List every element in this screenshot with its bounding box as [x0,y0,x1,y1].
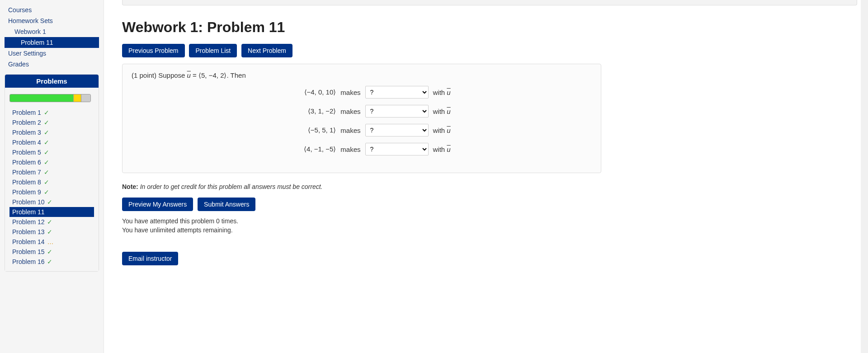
makes-text: makes [340,108,360,115]
u-symbol: u [187,71,191,79]
u-symbol: u [447,89,450,96]
scrollbar-track[interactable] [861,0,868,353]
problem-statement: (1 point) Suppose u = ⟨5, −4, 2⟩. Then [132,71,592,80]
vector-text: ⟨−4, 0, 10⟩ [273,88,336,96]
previous-problem-button[interactable]: Previous Problem [122,44,185,57]
answer-buttons: Preview My Answers Submit Answers [122,198,857,211]
problem-nav-buttons: Previous Problem Problem List Next Probl… [122,44,857,57]
vector-text: ⟨−5, 5, 1⟩ [273,126,336,134]
email-instructor-button[interactable]: Email instructor [122,252,178,265]
problems-panel: Problems Problem 1 ✓Problem 2 ✓Problem 3… [5,74,99,272]
problem-link-10[interactable]: Problem 10 ✓ [9,197,94,207]
problem-link-4[interactable]: Problem 4 ✓ [9,137,94,147]
u-symbol: u [447,127,450,134]
problem-link-1[interactable]: Problem 1 ✓ [9,108,94,118]
check-icon: ✓ [42,159,49,166]
problem-link-8[interactable]: Problem 8 ✓ [9,177,94,187]
nav-link-user-settings[interactable]: User Settings [5,48,99,59]
check-icon: ✓ [42,188,49,196]
check-icon: ✓ [42,119,49,126]
with-text: with u [433,89,451,96]
problem-link-6[interactable]: Problem 6 ✓ [9,157,94,167]
angle-select-4[interactable]: ? [365,143,429,155]
submit-answers-button[interactable]: Submit Answers [198,198,255,211]
vector-row-4: ⟨4, −1, −5⟩ makes?with u [132,143,592,155]
then-text: . Then [227,71,246,79]
problem-list: Problem 1 ✓Problem 2 ✓Problem 3 ✓Problem… [9,108,94,267]
with-text: with u [433,108,451,115]
u-symbol: u [447,108,450,115]
makes-text: makes [340,127,360,134]
u-symbol: u [447,146,450,153]
vector-row-2: ⟨3, 1, −2⟩ makes?with u [132,105,592,118]
makes-text: makes [340,146,360,153]
note: Note: In order to get credit for this pr… [122,183,857,190]
problem-link-15[interactable]: Problem 15 ✓ [9,247,94,257]
u-vector: ⟨5, −4, 2⟩ [198,71,226,79]
vector-text: ⟨3, 1, −2⟩ [273,107,336,115]
problem-link-7[interactable]: Problem 7 ✓ [9,167,94,177]
nav-link-courses[interactable]: Courses [5,5,99,15]
with-text: with u [433,127,451,134]
progress-correct [10,94,73,102]
progress-partial [73,94,81,102]
progress-bar [9,94,91,102]
ellipsis-icon: … [46,238,54,245]
problem-link-14[interactable]: Problem 14 … [9,237,94,247]
check-icon: ✓ [46,248,53,255]
makes-text: makes [340,89,360,96]
problem-link-16[interactable]: Problem 16 ✓ [9,257,94,267]
check-icon: ✓ [46,198,53,206]
page-title: Webwork 1: Problem 11 [122,19,857,36]
status-lines: You have attempted this problem 0 times.… [122,217,857,234]
note-body: In order to get credit for this problem … [140,183,323,190]
check-icon: ✓ [42,139,49,146]
nav-link-homework-sets[interactable]: Homework Sets [5,15,99,26]
main-nav: CoursesHomework SetsWebwork 1Problem 11U… [5,5,99,70]
vector-row-3: ⟨−5, 5, 1⟩ makes?with u [132,124,592,136]
check-icon: ✓ [42,179,49,186]
check-icon: ✓ [42,129,49,136]
nav-link-grades[interactable]: Grades [5,59,99,70]
top-bar [122,0,857,5]
points-prefix: (1 point) Suppose [132,71,187,79]
problem-box: (1 point) Suppose u = ⟨5, −4, 2⟩. Then ⟨… [122,64,601,173]
equals-text: = [191,71,198,79]
angle-select-2[interactable]: ? [365,105,429,118]
main-content: Webwork 1: Problem 11 Previous Problem P… [104,0,868,353]
nav-link-problem-11[interactable]: Problem 11 [5,37,99,48]
check-icon: ✓ [46,228,53,235]
sidebar: CoursesHomework SetsWebwork 1Problem 11U… [0,0,104,353]
remaining-line: You have unlimited attempts remaining. [122,226,857,234]
angle-select-1[interactable]: ? [365,86,429,99]
problem-link-9[interactable]: Problem 9 ✓ [9,187,94,197]
vector-row-1: ⟨−4, 0, 10⟩ makes?with u [132,86,592,99]
problem-link-2[interactable]: Problem 2 ✓ [9,118,94,127]
with-text: with u [433,146,451,153]
check-icon: ✓ [42,109,49,116]
problem-link-13[interactable]: Problem 13 ✓ [9,227,94,237]
angle-select-3[interactable]: ? [365,124,429,136]
progress-remaining [81,94,90,102]
next-problem-button[interactable]: Next Problem [241,44,292,57]
problem-link-5[interactable]: Problem 5 ✓ [9,147,94,157]
attempts-line: You have attempted this problem 0 times. [122,217,857,225]
problem-list-button[interactable]: Problem List [189,44,237,57]
problem-link-12[interactable]: Problem 12 ✓ [9,217,94,227]
problem-link-3[interactable]: Problem 3 ✓ [9,127,94,137]
problem-link-11[interactable]: Problem 11 [9,207,94,217]
vector-text: ⟨4, −1, −5⟩ [273,145,336,153]
problems-heading: Problems [5,75,99,88]
check-icon: ✓ [46,218,53,226]
check-icon: ✓ [46,258,53,265]
check-icon: ✓ [42,169,49,176]
note-label: Note: [122,183,138,190]
check-icon: ✓ [42,149,49,156]
nav-link-webwork-1[interactable]: Webwork 1 [5,26,99,37]
vector-rows: ⟨−4, 0, 10⟩ makes?with u⟨3, 1, −2⟩ makes… [132,86,592,155]
preview-answers-button[interactable]: Preview My Answers [122,198,193,211]
